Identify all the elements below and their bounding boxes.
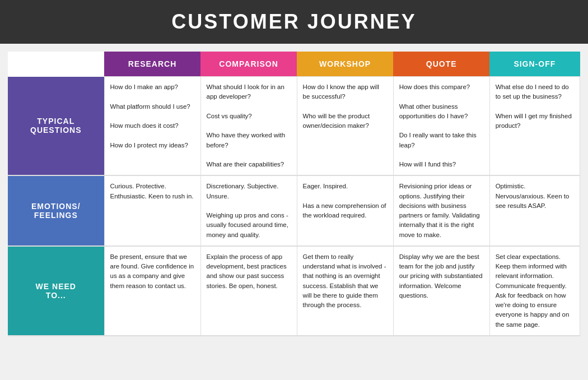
th-empty: [8, 52, 104, 77]
journey-table: RESEARCH COMPARISON WORKSHOP QUOTE SIGN-…: [8, 52, 580, 336]
cell-emotions-comparison: Discretionary. Subjective. Unsure. Weigh…: [200, 175, 297, 246]
column-header-row: RESEARCH COMPARISON WORKSHOP QUOTE SIGN-…: [8, 52, 580, 77]
row-label-emotions: EMOTIONS/ FEELINGS: [8, 175, 104, 246]
page-wrapper: CUSTOMER JOURNEY RESEARCH COMPARISON WOR…: [0, 0, 588, 344]
th-comparison: COMPARISON: [200, 52, 297, 77]
page-title: CUSTOMER JOURNEY: [0, 10, 588, 34]
cell-weneed-signoff: Set clear expectations. Keep them inform…: [489, 246, 580, 336]
cell-questions-quote: How does this compare? What other busine…: [393, 77, 489, 176]
row-we-need: WE NEED TO... Be present, ensure that we…: [8, 246, 580, 336]
cell-questions-comparison: What should I look for in an app develop…: [200, 77, 297, 176]
row-emotions: EMOTIONS/ FEELINGS Curious. Protective. …: [8, 175, 580, 246]
row-label-weneed: WE NEED TO...: [8, 246, 104, 336]
th-quote: QUOTE: [393, 52, 489, 77]
cell-emotions-quote: Revisioning prior ideas or options. Just…: [393, 175, 489, 246]
cell-weneed-comparison: Explain the process of app development, …: [200, 246, 297, 336]
cell-emotions-workshop: Eager. Inspired. Has a new comprehension…: [297, 175, 393, 246]
th-workshop: WORKSHOP: [297, 52, 393, 77]
cell-emotions-signoff: Optimistic. Nervous/anxious. Keen to see…: [489, 175, 580, 246]
cell-questions-signoff: What else do I need to do to set up the …: [489, 77, 580, 176]
row-typical-questions: TYPICAL QUESTIONS How do I make an app? …: [8, 77, 580, 176]
cell-questions-workshop: How do I know the app will be successful…: [297, 77, 393, 176]
cell-weneed-workshop: Get them to really understand what is in…: [297, 246, 393, 336]
cell-emotions-research: Curious. Protective. Enthusiastic. Keen …: [104, 175, 200, 246]
th-signoff: SIGN-OFF: [489, 52, 580, 77]
th-research: RESEARCH: [104, 52, 200, 77]
cell-weneed-quote: Display why we are the best team for the…: [393, 246, 489, 336]
row-label-questions: TYPICAL QUESTIONS: [8, 77, 104, 176]
table-container: RESEARCH COMPARISON WORKSHOP QUOTE SIGN-…: [0, 44, 588, 344]
header: CUSTOMER JOURNEY: [0, 0, 588, 44]
cell-weneed-research: Be present, ensure that we are found. Gi…: [104, 246, 200, 336]
cell-questions-research: How do I make an app? What platform shou…: [104, 77, 200, 176]
